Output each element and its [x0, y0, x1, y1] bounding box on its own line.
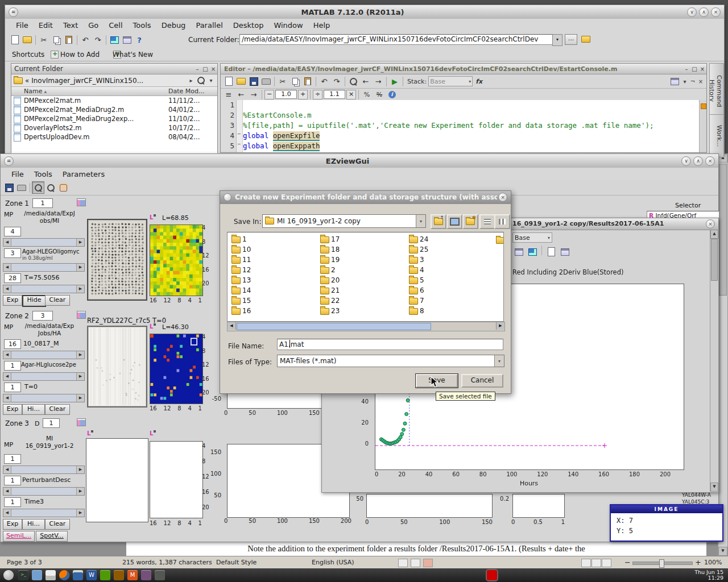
- maximize-button[interactable]: ∧: [699, 7, 709, 17]
- file-manager-icon[interactable]: [32, 570, 42, 580]
- folder-item[interactable]: 24: [407, 234, 494, 244]
- menu-item[interactable]: Go: [83, 21, 104, 30]
- zone2-time-slider[interactable]: ◀▶: [3, 394, 85, 402]
- menu-item[interactable]: Window: [268, 21, 308, 30]
- spacing-field[interactable]: 1.0: [275, 90, 297, 99]
- window-menu-button[interactable]: ≡: [4, 156, 14, 166]
- dialog-titlebar[interactable]: Create new Experiment folder and data st…: [220, 191, 511, 204]
- save-icon[interactable]: [247, 75, 260, 88]
- menu-item[interactable]: Tools: [128, 21, 156, 30]
- zoom-level-label[interactable]: 100%: [704, 559, 722, 566]
- folder-item[interactable]: 23: [318, 306, 405, 316]
- zoom-out-button[interactable]: −: [624, 558, 631, 567]
- plot4-axes[interactable]: [512, 494, 565, 518]
- combo-arrow-icon[interactable]: ▾: [416, 215, 425, 227]
- desktop-button[interactable]: [446, 214, 462, 229]
- cut-icon[interactable]: ✂: [38, 34, 50, 46]
- paste-icon[interactable]: [63, 34, 75, 46]
- folder-item[interactable]: 22: [318, 296, 405, 306]
- scroll-down-icon[interactable]: ▼: [718, 547, 727, 556]
- folder-dropdown-icon[interactable]: ▾: [552, 34, 562, 46]
- matlab-titlebar[interactable]: ≡ MATLAB 7.12.0 (R2011a) ∨ ∧ ×: [5, 5, 724, 19]
- table-view-icon[interactable]: [512, 246, 525, 258]
- close-button[interactable]: ×: [705, 156, 715, 166]
- folder-item[interactable]: 2: [318, 265, 405, 275]
- zoom-slider-track[interactable]: [632, 562, 693, 565]
- zone2-grid-icon[interactable]: [77, 311, 86, 319]
- zoom-in-icon[interactable]: [32, 181, 44, 194]
- folder-item[interactable]: 17: [318, 234, 405, 244]
- zone2-exp-button[interactable]: Exp: [3, 404, 22, 415]
- up-folder-icon[interactable]: [580, 33, 592, 45]
- minimize-button[interactable]: ∨: [681, 156, 691, 166]
- results-scrollbar[interactable]: ▲ ▼: [710, 230, 719, 492]
- scroll-left-icon[interactable]: ◀: [228, 322, 236, 330]
- zone1-clear-button[interactable]: Clear: [45, 295, 70, 306]
- calculator-icon[interactable]: [100, 570, 110, 580]
- terminal-icon[interactable]: >_: [18, 570, 28, 580]
- simulink-icon[interactable]: [108, 34, 121, 46]
- folder-item[interactable]: 13: [230, 275, 316, 285]
- actions-menu-icon[interactable]: ▾: [207, 77, 215, 84]
- single-page-view-icon[interactable]: [581, 559, 591, 567]
- media-player-icon[interactable]: [141, 570, 151, 580]
- zone1-media-field[interactable]: 3: [4, 248, 21, 258]
- shortcuts-label[interactable]: Shortcuts: [12, 51, 44, 59]
- breadcrumb-arrow-icon[interactable]: ▸: [187, 77, 195, 84]
- back-icon[interactable]: ←: [359, 75, 372, 88]
- close-button[interactable]: ×: [711, 7, 721, 17]
- menu-item[interactable]: Text: [58, 21, 83, 30]
- open-file-icon[interactable]: [21, 34, 34, 46]
- zone3-plate-axes[interactable]: [86, 438, 148, 522]
- undock-icon[interactable]: □: [201, 66, 209, 72]
- copy-icon[interactable]: [289, 75, 301, 88]
- editor-undock-icon[interactable]: □: [690, 66, 698, 72]
- writer-page[interactable]: Note the addition to the experiment fold…: [126, 541, 706, 556]
- help-icon[interactable]: ?: [133, 34, 146, 46]
- image-editor-icon[interactable]: [114, 570, 124, 580]
- menu-item[interactable]: Cell: [104, 21, 127, 30]
- menu-item[interactable]: Debug: [156, 21, 191, 30]
- zone2-plate-slider[interactable]: ◀▶: [3, 351, 85, 359]
- print-icon[interactable]: [15, 181, 28, 194]
- zone3-plate-slider[interactable]: ◀▶: [3, 465, 85, 474]
- folder-item[interactable]: 25: [407, 244, 494, 255]
- zone2-plate-field[interactable]: 16: [4, 339, 21, 349]
- forward-icon[interactable]: →: [372, 75, 384, 88]
- menu-item[interactable]: Parameters: [57, 170, 110, 178]
- editor-close-icon[interactable]: ×: [698, 66, 706, 72]
- editor-layout-arrow-icon[interactable]: ▾: [681, 78, 689, 85]
- page-count-label[interactable]: Page 3 of 3: [7, 559, 42, 566]
- file-row[interactable]: DMPexcel2mat.m11/11/2...: [11, 96, 217, 105]
- find-icon[interactable]: [347, 75, 359, 88]
- comment-icon[interactable]: %: [361, 88, 373, 101]
- new-file-icon[interactable]: [9, 34, 21, 46]
- zone2-hide-button[interactable]: Hi...: [22, 404, 45, 415]
- combo-arrow-icon[interactable]: ▾: [494, 355, 504, 367]
- zoom-out-icon[interactable]: [44, 181, 57, 194]
- folder-item[interactable]: 8: [407, 306, 494, 316]
- zone3-media-field[interactable]: 1: [4, 476, 21, 485]
- editor-dock-icon[interactable]: –: [682, 66, 690, 72]
- settings-icon[interactable]: [155, 570, 165, 580]
- spotview-toggle-button[interactable]: SpotV...: [36, 531, 68, 542]
- increase-value-button[interactable]: +: [298, 90, 308, 99]
- folder-list-hscrollbar[interactable]: ◀ ▶: [227, 322, 505, 331]
- undo-icon[interactable]: ↶: [318, 75, 330, 88]
- search-icon[interactable]: [197, 77, 205, 84]
- multi-page-view-icon[interactable]: [592, 559, 601, 567]
- editor-header[interactable]: Editor – /media/data/EASY/InovImager_jwr…: [221, 64, 706, 74]
- clock[interactable]: Thu Jun 15 11:29: [694, 569, 723, 581]
- zone3-field[interactable]: 1: [43, 418, 60, 428]
- paste-icon[interactable]: [301, 75, 314, 88]
- menu-item[interactable]: Desktop: [228, 21, 269, 30]
- word-count-label[interactable]: 215 words, 1,387 characters: [122, 559, 212, 566]
- text-editor-icon[interactable]: [46, 570, 56, 580]
- stack-combo[interactable]: Base▾: [428, 76, 473, 86]
- zone2-field[interactable]: 3: [32, 311, 53, 321]
- menu-item[interactable]: Edit: [34, 21, 58, 30]
- zone2-plate-image[interactable]: [87, 326, 147, 408]
- details-view-button[interactable]: [494, 214, 510, 229]
- multiply-button[interactable]: ×: [346, 90, 356, 99]
- menu-item[interactable]: Parallel: [191, 21, 228, 30]
